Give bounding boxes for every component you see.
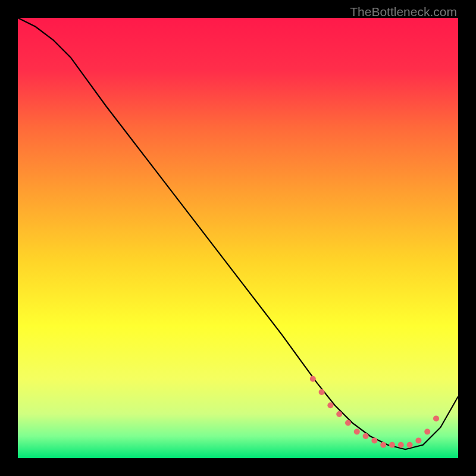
curve-overlay: [18, 18, 458, 458]
marker-group: [310, 376, 439, 448]
marker-point: [389, 442, 395, 448]
marker-point: [398, 442, 404, 448]
marker-point: [424, 429, 430, 435]
marker-point: [310, 376, 316, 382]
marker-point: [363, 433, 369, 439]
marker-point: [336, 411, 342, 417]
marker-point: [354, 429, 360, 435]
marker-point: [415, 437, 421, 443]
marker-point: [345, 420, 351, 426]
plot-area: [18, 18, 458, 458]
marker-point: [319, 389, 325, 395]
bottleneck-curve: [18, 18, 458, 449]
marker-point: [407, 442, 413, 448]
marker-point: [327, 402, 333, 408]
watermark-text: TheBottleneck.com: [350, 5, 457, 19]
marker-point: [433, 415, 439, 421]
chart-container: TheBottleneck.com: [0, 0, 476, 476]
marker-point: [380, 442, 386, 448]
marker-point: [371, 437, 377, 443]
